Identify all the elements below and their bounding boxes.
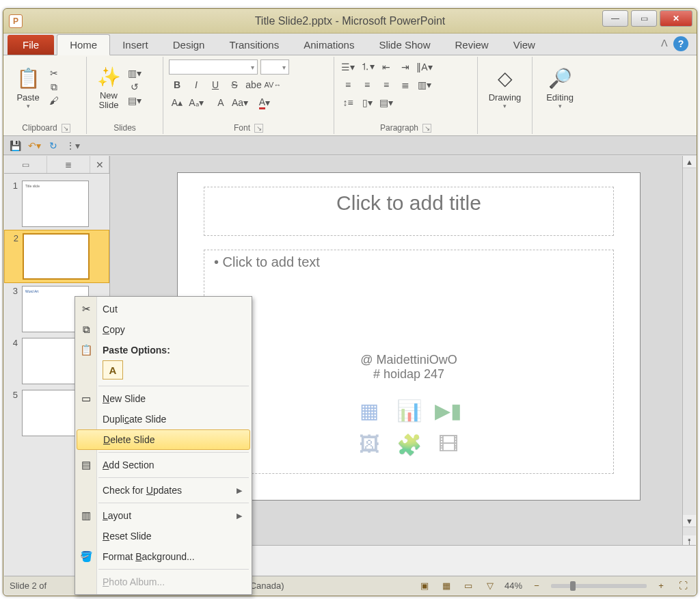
ctx-new-slide[interactable]: ▭ New Slide xyxy=(75,388,252,409)
shadow-button[interactable]: abe xyxy=(245,77,262,92)
ctx-copy[interactable]: ⧉ Copy xyxy=(75,319,252,340)
redo-icon[interactable]: ↻ xyxy=(46,138,61,153)
ctx-format-background[interactable]: 🪣 Format Background... xyxy=(75,546,252,567)
align-left-button[interactable]: ≡ xyxy=(340,77,356,92)
font-family-combo[interactable]: ▾ xyxy=(169,59,258,75)
body-placeholder[interactable]: • Click to add text @ MaidettiniOwO # ho… xyxy=(204,250,614,474)
help-icon[interactable]: ? xyxy=(673,36,688,51)
ctx-reset-slide[interactable]: Reset Slide xyxy=(75,526,252,546)
close-window-button[interactable]: ✕ xyxy=(660,10,692,27)
normal-view-icon[interactable]: ▣ xyxy=(417,579,432,593)
justify-button[interactable]: ≣ xyxy=(397,77,414,92)
tab-slideshow[interactable]: Slide Show xyxy=(366,35,442,55)
maximize-button[interactable]: ▭ xyxy=(631,10,657,27)
thumb-2[interactable]: 2 xyxy=(4,230,109,283)
indent-decrease-button[interactable]: ⇤ xyxy=(378,59,394,75)
shrink-font-button[interactable]: Aₐ▾ xyxy=(188,95,204,110)
char-spacing-button[interactable]: AV↔ xyxy=(265,77,281,92)
thumb-3-number: 3 xyxy=(8,286,18,296)
minimize-button[interactable]: — xyxy=(602,10,628,27)
reset-icon[interactable]: ↺ xyxy=(128,81,142,93)
watermark-text: @ MaidettiniOwO # hoidap 247 xyxy=(360,353,457,382)
outline-tab[interactable]: ≣ xyxy=(47,156,90,173)
tab-review[interactable]: Review xyxy=(442,35,500,55)
slideshow-view-icon[interactable]: ▽ xyxy=(483,579,498,593)
minimize-ribbon-icon[interactable]: ᐱ xyxy=(661,38,668,49)
scroll-down-icon[interactable]: ▼ xyxy=(683,515,696,527)
qat-customize-icon[interactable]: ⋮▾ xyxy=(65,138,80,153)
align-center-button[interactable]: ≡ xyxy=(359,77,375,92)
section-icon[interactable]: ▤▾ xyxy=(128,94,142,107)
slides-tab[interactable]: ▭ xyxy=(4,156,47,173)
new-slide-label: New Slide xyxy=(99,91,119,111)
tab-insert[interactable]: Insert xyxy=(110,35,161,55)
align-text-button[interactable]: ▯▾ xyxy=(359,95,375,110)
clear-formatting-button[interactable]: A xyxy=(213,95,229,110)
columns-button[interactable]: ▥▾ xyxy=(416,77,433,92)
zoom-slider[interactable] xyxy=(551,584,647,588)
underline-button[interactable]: U xyxy=(207,77,224,92)
insert-picture-icon[interactable]: 🖼 xyxy=(351,429,387,460)
zoom-in-button[interactable]: + xyxy=(654,579,669,593)
tab-file[interactable]: File xyxy=(8,35,54,55)
ctx-cut[interactable]: ✂ Cut xyxy=(75,299,252,319)
sorter-view-icon[interactable]: ▦ xyxy=(439,579,454,593)
indent-increase-button[interactable]: ⇥ xyxy=(397,59,414,75)
ctx-delete-slide[interactable]: Delete Slide xyxy=(77,429,250,450)
vertical-scrollbar[interactable]: ▲ ▼ ⭱ ⭳ xyxy=(682,156,696,575)
copy-icon[interactable]: ⧉ xyxy=(47,81,61,93)
ctx-add-section[interactable]: ▤ Add Section xyxy=(75,455,252,475)
paragraph-dialog-launcher[interactable]: ↘ xyxy=(422,124,431,133)
tab-design[interactable]: Design xyxy=(161,35,217,55)
insert-chart-icon[interactable]: 📊 xyxy=(391,395,427,425)
bold-button[interactable]: B xyxy=(169,77,185,92)
layout-icon[interactable]: ▥▾ xyxy=(128,67,142,79)
paste-button[interactable]: 📋 Paste ▾ xyxy=(12,64,44,111)
format-painter-icon[interactable]: 🖌 xyxy=(47,94,61,107)
insert-media-icon[interactable]: 🎞 xyxy=(431,429,466,460)
clipboard-dialog-launcher[interactable]: ↘ xyxy=(62,124,70,133)
clipboard-icon: 📋 xyxy=(14,65,42,92)
tab-home[interactable]: Home xyxy=(57,34,110,55)
tab-animations[interactable]: Animations xyxy=(291,35,366,55)
new-slide-button[interactable]: ✨ New Slide xyxy=(92,62,125,112)
strike-button[interactable]: S xyxy=(226,77,243,92)
change-case-button[interactable]: Aa▾ xyxy=(232,95,248,110)
undo-icon[interactable]: ↶▾ xyxy=(27,138,42,153)
text-direction-button[interactable]: ‖A▾ xyxy=(416,59,433,75)
cut-icon[interactable]: ✂ xyxy=(47,67,61,79)
font-color-button[interactable]: A▾ xyxy=(256,95,273,110)
italic-button[interactable]: I xyxy=(188,77,204,92)
fit-to-window-button[interactable]: ⛶ xyxy=(675,579,690,593)
bullets-button[interactable]: ☰▾ xyxy=(340,59,356,75)
reading-view-icon[interactable]: ▭ xyxy=(461,579,476,593)
group-slides-label: Slides xyxy=(113,123,136,133)
insert-smartart-icon[interactable]: ▶▮ xyxy=(431,395,466,425)
paste-keep-text-button[interactable]: A xyxy=(103,360,123,380)
ctx-layout[interactable]: ▥ Layout▶ xyxy=(75,505,252,526)
ctx-check-updates[interactable]: Check for Updates▶ xyxy=(75,480,252,501)
editing-button[interactable]: 🔎 Editing ▾ xyxy=(538,59,582,114)
smartart-button[interactable]: ▤▾ xyxy=(378,95,394,110)
tab-view[interactable]: View xyxy=(501,35,548,55)
grow-font-button[interactable]: A▴ xyxy=(169,95,185,110)
align-right-button[interactable]: ≡ xyxy=(378,77,394,92)
clipboard-icon: 📋 xyxy=(79,343,94,358)
insert-clipart-icon[interactable]: 🧩 xyxy=(391,429,427,460)
ctx-photo-album: Photo Album... xyxy=(75,572,252,592)
line-spacing-button[interactable]: ↕≡ xyxy=(340,95,356,110)
font-dialog-launcher[interactable]: ↘ xyxy=(254,124,263,133)
title-placeholder[interactable]: Click to add title xyxy=(204,187,614,236)
tab-transitions[interactable]: Transitions xyxy=(217,35,291,55)
numbering-button[interactable]: ⒈▾ xyxy=(359,59,375,75)
scroll-up-icon[interactable]: ▲ xyxy=(683,156,696,168)
thumb-1-number: 1 xyxy=(8,181,18,191)
ctx-duplicate-slide[interactable]: Duplicate Slide xyxy=(75,409,252,429)
drawing-button[interactable]: ◇ Drawing ▾ xyxy=(483,59,526,114)
close-pane-button[interactable]: ✕ xyxy=(90,156,109,173)
font-size-combo[interactable]: ▾ xyxy=(260,59,289,75)
insert-table-icon[interactable]: ▦ xyxy=(351,395,387,425)
thumb-1[interactable]: 1 Title slide xyxy=(4,178,109,230)
zoom-out-button[interactable]: − xyxy=(529,579,544,593)
save-icon[interactable]: 💾 xyxy=(8,138,23,153)
